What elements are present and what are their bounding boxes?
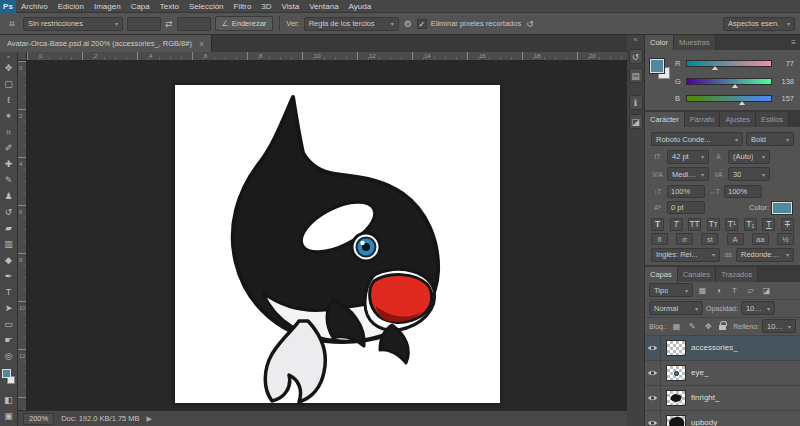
artboard[interactable] — [175, 85, 500, 403]
blue-slider[interactable] — [686, 95, 772, 102]
filter-shape-icon[interactable]: ▱ — [744, 286, 757, 295]
visibility-toggle[interactable] — [645, 386, 661, 410]
app-logo[interactable]: Ps — [0, 0, 16, 13]
tab-trazados[interactable]: Trazados — [716, 267, 758, 282]
filter-type-icon[interactable]: T — [728, 286, 741, 295]
subscript-button[interactable]: T₁ — [744, 218, 757, 231]
zoom-tool-icon[interactable]: ◎ — [0, 348, 17, 364]
tab-capas[interactable]: Capas — [645, 267, 678, 282]
tracking-dropdown[interactable]: 30 — [728, 167, 770, 181]
close-tab-icon[interactable]: × — [199, 39, 204, 49]
layer-thumbnail[interactable] — [666, 340, 686, 356]
discretionary-ligatures-button[interactable]: st — [701, 233, 718, 245]
strikethrough-button[interactable]: T — [781, 218, 794, 231]
workspace-switcher[interactable]: Aspectos esen. — [723, 17, 795, 31]
layer-row-accessories[interactable]: accessories_ — [645, 336, 800, 361]
eraser-tool-icon[interactable]: ▰ — [0, 220, 17, 236]
green-value[interactable]: 138 — [776, 77, 794, 86]
overlay-view-dropdown[interactable]: Regla de los tercios — [304, 17, 399, 31]
menu-seleccion[interactable]: Selección — [184, 0, 229, 13]
opacity-dropdown[interactable]: 100% — [741, 301, 775, 315]
quick-mask-icon[interactable]: ◧ — [0, 392, 17, 408]
expand-panels-icon[interactable]: « — [634, 35, 638, 45]
small-caps-button[interactable]: Tᴛ — [707, 218, 720, 231]
all-caps-button[interactable]: TT — [688, 218, 701, 231]
layer-row-eye[interactable]: eye_ — [645, 361, 800, 386]
brush-tool-icon[interactable]: ✎ — [0, 172, 17, 188]
panel-menu-icon[interactable]: ≡ — [787, 35, 800, 50]
history-panel-icon[interactable]: ↺ — [629, 49, 643, 64]
faux-bold-button[interactable]: T — [651, 218, 664, 231]
crop-tool-button-icon[interactable]: ⌗ — [0, 124, 17, 140]
filter-type-dropdown[interactable]: Tipo — [649, 283, 693, 297]
foreground-swatch[interactable] — [650, 59, 664, 73]
tab-canales[interactable]: Canales — [678, 267, 717, 282]
menu-texto[interactable]: Texto — [155, 0, 184, 13]
vertical-scale-field[interactable]: 100% — [667, 185, 705, 198]
layer-thumbnail[interactable] — [666, 415, 686, 426]
blend-mode-dropdown[interactable]: Normal — [649, 301, 703, 315]
menu-capa[interactable]: Capa — [126, 0, 155, 13]
kerning-dropdown[interactable]: Medidas — [667, 167, 709, 181]
menu-3d[interactable]: 3D — [256, 0, 276, 13]
pen-tool-icon[interactable]: ✒ — [0, 268, 17, 284]
filter-adjustment-icon[interactable]: ◑ — [712, 286, 725, 295]
status-options-arrow-icon[interactable]: ▶ — [147, 415, 152, 423]
crop-ratio-width-input[interactable] — [127, 17, 161, 31]
color-swatches-widget[interactable] — [0, 366, 17, 390]
fractions-button[interactable]: ½ — [777, 233, 794, 245]
path-selection-tool-icon[interactable]: ➤ — [0, 300, 17, 316]
tab-ajustes[interactable]: Ajustes — [720, 112, 756, 127]
layer-row-finright[interactable]: finright_ — [645, 386, 800, 411]
color-panel-swatches[interactable] — [650, 59, 672, 81]
superscript-button[interactable]: T¹ — [725, 218, 738, 231]
lock-pixels-icon[interactable]: ✎ — [686, 322, 699, 331]
tab-parrafo[interactable]: Párrafo — [685, 112, 721, 127]
font-family-dropdown[interactable]: Roboto Conde... — [651, 132, 743, 146]
visibility-toggle[interactable] — [645, 361, 661, 385]
quick-selection-tool-icon[interactable]: ✴ — [0, 108, 17, 124]
baseline-shift-field[interactable]: 0 pt — [667, 201, 705, 214]
rectangle-tool-icon[interactable]: ▭ — [0, 316, 17, 332]
ligatures-button[interactable]: fi — [651, 233, 668, 245]
tab-estilos[interactable]: Estilos — [756, 112, 789, 127]
lock-transparency-icon[interactable]: ▦ — [670, 322, 683, 331]
red-slider[interactable] — [686, 60, 772, 67]
blue-value[interactable]: 157 — [776, 94, 794, 103]
menu-archivo[interactable]: Archivo — [16, 0, 53, 13]
reset-crop-icon[interactable]: ↺ — [525, 19, 535, 29]
document-tab[interactable]: Avatar-Orca-Base.psd al 200% (accessorie… — [0, 35, 212, 52]
crop-settings-gear-icon[interactable]: ⚙ — [403, 19, 413, 29]
crop-preset-dropdown[interactable]: Sin restricciones — [23, 17, 123, 31]
titling-alternates-button[interactable]: aa — [752, 233, 769, 245]
toolbar-collapse-icon[interactable]: » — [0, 52, 17, 60]
red-value[interactable]: 77 — [776, 59, 794, 68]
hand-tool-icon[interactable]: ☛ — [0, 332, 17, 348]
tab-color[interactable]: Color — [645, 35, 674, 50]
filter-smart-object-icon[interactable]: ◪ — [760, 286, 773, 295]
menu-ventana[interactable]: Ventana — [304, 0, 343, 13]
crop-ratio-height-input[interactable] — [177, 17, 211, 31]
leading-dropdown[interactable]: (Auto) — [728, 150, 770, 164]
type-tool-icon[interactable]: T — [0, 284, 17, 300]
font-style-dropdown[interactable]: Bold — [746, 132, 794, 146]
fill-dropdown[interactable]: 100% — [762, 319, 796, 333]
antialias-dropdown[interactable]: Redondeado — [736, 248, 794, 262]
delete-cropped-pixels-checkbox[interactable]: ✓ — [417, 19, 427, 29]
info-panel-icon[interactable]: ℹ — [629, 95, 643, 110]
underline-button[interactable]: T — [762, 218, 775, 231]
swap-values-icon[interactable]: ⇄ — [165, 19, 173, 29]
healing-brush-tool-icon[interactable]: ✚ — [0, 156, 17, 172]
visibility-toggle[interactable] — [645, 336, 661, 360]
eyedropper-tool-icon[interactable]: ✐ — [0, 140, 17, 156]
straighten-button[interactable]: ∠ Enderezar — [215, 16, 274, 31]
history-brush-tool-icon[interactable]: ↺ — [0, 204, 17, 220]
slider-thumb[interactable] — [712, 66, 718, 70]
clone-stamp-tool-icon[interactable]: ♟ — [0, 188, 17, 204]
gradient-tool-icon[interactable]: ▥ — [0, 236, 17, 252]
slider-thumb[interactable] — [739, 101, 745, 105]
language-dropdown[interactable]: Inglés: Rei... — [651, 248, 720, 262]
tab-caracter[interactable]: Carácter — [645, 112, 685, 127]
lasso-tool-icon[interactable]: ℓ — [0, 92, 17, 108]
ruler-origin-corner[interactable] — [18, 52, 27, 61]
